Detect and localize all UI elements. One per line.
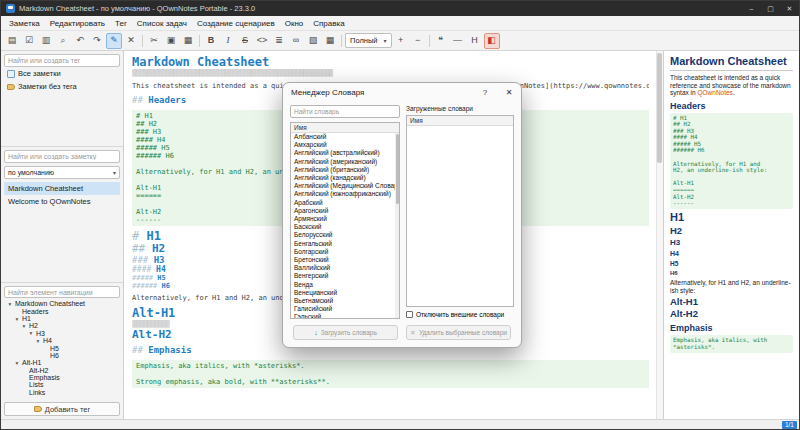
- navigation-search-input[interactable]: [4, 286, 120, 298]
- toolbar-icon[interactable]: ≣: [271, 33, 287, 49]
- navigation-tree-item[interactable]: Emphasis: [4, 374, 120, 381]
- toolbar-icon[interactable]: ◧: [484, 33, 500, 49]
- dictionary-list-item[interactable]: Арагонский: [291, 207, 395, 215]
- editor-scrollbar[interactable]: [656, 51, 663, 419]
- dialog-help-button[interactable]: ?: [473, 83, 497, 101]
- sidebar-item-all-notes[interactable]: Все заметки: [4, 67, 120, 80]
- navigation-tree-item[interactable]: ▾ Alt-H1: [4, 359, 120, 366]
- navigation-tree-item[interactable]: ▾ H2: [4, 322, 120, 329]
- dictionary-list-item[interactable]: Баскский: [291, 223, 395, 231]
- tree-expand-icon[interactable]: ▾: [21, 323, 27, 329]
- tree-expand-icon[interactable]: ▾: [7, 301, 13, 307]
- tree-expand-icon[interactable]: ▾: [14, 316, 20, 322]
- workspace-selector[interactable]: Полный ▾: [345, 33, 392, 48]
- dictionary-list-item[interactable]: Английский (Медицинский Словарь): [291, 182, 395, 190]
- dictionary-list-item[interactable]: Арабский: [291, 199, 395, 207]
- minimize-button[interactable]: –: [742, 1, 761, 16]
- dictionary-list-item[interactable]: Бенгальский: [291, 240, 395, 248]
- toolbar-icon[interactable]: ☑: [21, 33, 37, 49]
- sidebar-item-untagged[interactable]: Заметки без тега: [4, 80, 120, 93]
- toolbar-icon[interactable]: ▣: [163, 33, 179, 49]
- load-dictionary-button[interactable]: ↓ Загрузить словарь: [293, 325, 398, 340]
- tree-expand-icon[interactable]: ▾: [28, 330, 34, 336]
- navigation-tree-item[interactable]: ▾ H3: [4, 330, 120, 337]
- toolbar-icon[interactable]: ▥: [38, 33, 54, 49]
- toolbar-icon[interactable]: B: [203, 33, 219, 49]
- dictionary-list-item[interactable]: Бретонский: [291, 256, 395, 264]
- dictionary-list-item[interactable]: Белорусский: [291, 231, 395, 239]
- dictionary-list-scrollbar[interactable]: [395, 133, 399, 318]
- navigation-tree-item[interactable]: ▾ H1: [4, 315, 120, 322]
- menu-item[interactable]: Заметка: [4, 16, 45, 31]
- toolbar-icon[interactable]: ✎: [106, 33, 122, 49]
- dictionary-list-item[interactable]: Албанский: [291, 133, 395, 141]
- toolbar-icon[interactable]: ⌕: [55, 33, 71, 49]
- dictionary-list-item[interactable]: Английский (американский): [291, 158, 395, 166]
- toolbar-icon[interactable]: ▤: [4, 33, 20, 49]
- maximize-button[interactable]: ▢: [761, 1, 780, 16]
- dictionary-search-input[interactable]: [290, 105, 400, 118]
- dictionary-list-scrollbar-thumb[interactable]: [396, 134, 399, 204]
- dictionary-list-item[interactable]: Венгерский: [291, 272, 395, 280]
- loaded-table-header[interactable]: Имя: [407, 116, 513, 126]
- close-button[interactable]: ✕: [780, 1, 799, 16]
- navigation-tree-item[interactable]: H5: [4, 344, 120, 351]
- navigation-tree-item[interactable]: Links: [4, 389, 120, 396]
- checkbox-icon[interactable]: [406, 311, 413, 318]
- dialog-close-button[interactable]: ✕: [497, 83, 521, 101]
- toolbar-icon[interactable]: ✕: [123, 33, 139, 49]
- disable-external-dictionaries-row[interactable]: Отключить внешние словари: [406, 310, 514, 319]
- toolbar-icon[interactable]: <>: [254, 33, 270, 49]
- dictionary-list-item[interactable]: Валлийский: [291, 264, 395, 272]
- toolbar-icon[interactable]: S: [237, 33, 253, 49]
- toolbar-icon[interactable]: I: [220, 33, 236, 49]
- tree-expand-icon[interactable]: ▾: [14, 360, 20, 366]
- note-search-input[interactable]: [4, 150, 120, 163]
- note-list-item[interactable]: Welcome to QOwnNotes: [4, 195, 120, 208]
- toolbar-icon[interactable]: ↶: [72, 33, 88, 49]
- menu-item[interactable]: Справка: [308, 16, 349, 31]
- dictionary-list-item[interactable]: Английский (южноафриканский): [291, 190, 395, 198]
- toolbar-icon[interactable]: −: [410, 33, 426, 49]
- dictionary-list-item[interactable]: Английский (британский): [291, 166, 395, 174]
- navigation-tree-item[interactable]: ▾ Markdown Cheatsheet: [4, 300, 120, 307]
- remove-dictionaries-button[interactable]: ✕ Удалить выбранные словари: [406, 325, 511, 340]
- menu-item[interactable]: Тег: [110, 16, 132, 31]
- dictionary-list-item[interactable]: Венда: [291, 281, 395, 289]
- dictionary-list-item[interactable]: Галисийский: [291, 305, 395, 313]
- tag-search-input[interactable]: [4, 54, 120, 67]
- dictionary-list-item[interactable]: Венецианский: [291, 289, 395, 297]
- note-list-item[interactable]: Markdown Cheatsheet: [4, 182, 120, 195]
- dictionary-list-item[interactable]: Армянский: [291, 215, 395, 223]
- menu-item[interactable]: Создание сценариев: [192, 16, 280, 31]
- toolbar-icon[interactable]: +: [393, 33, 409, 49]
- toolbar-icon[interactable]: ↷: [89, 33, 105, 49]
- menu-item[interactable]: Окно: [280, 16, 309, 31]
- toolbar-icon[interactable]: ▦: [322, 33, 338, 49]
- navigation-tree-item[interactable]: Alt-H2: [4, 367, 120, 374]
- toolbar-icon[interactable]: ―: [450, 33, 466, 49]
- navigation-tree-item[interactable]: Lists: [4, 381, 120, 388]
- toolbar-icon[interactable]: ❝: [433, 33, 449, 49]
- dictionary-list-item[interactable]: Гэльский: [291, 313, 395, 318]
- dictionary-list-item[interactable]: Английский (австралийский): [291, 149, 395, 157]
- add-tag-button[interactable]: Добавить тег: [4, 402, 120, 416]
- toolbar-icon[interactable]: ▧: [305, 33, 321, 49]
- editor-scrollbar-thumb[interactable]: [657, 53, 662, 163]
- navigation-tree-item[interactable]: H6: [4, 352, 120, 359]
- note-folder-select[interactable]: по умолчанию ▾: [4, 166, 120, 179]
- navigation-tree-item[interactable]: ▾ H4: [4, 337, 120, 344]
- dictionary-list-item[interactable]: Болгарский: [291, 248, 395, 256]
- qownnotes-link[interactable]: QOwnNotes: [697, 89, 732, 96]
- dictionary-list-item[interactable]: Английский (канадский): [291, 174, 395, 182]
- navigation-tree-item[interactable]: Headers: [4, 308, 120, 315]
- tree-expand-icon[interactable]: ▾: [35, 338, 41, 344]
- toolbar-icon[interactable]: ∞: [288, 33, 304, 49]
- toolbar-icon[interactable]: H: [467, 33, 483, 49]
- menu-item[interactable]: Список задач: [132, 16, 192, 31]
- toolbar-icon[interactable]: ▦: [180, 33, 196, 49]
- dictionary-list-header[interactable]: Имя: [291, 123, 399, 133]
- toolbar-icon[interactable]: ✂: [146, 33, 162, 49]
- menu-item[interactable]: Редактировать: [45, 16, 110, 31]
- dictionary-list-item[interactable]: Амхарский: [291, 141, 395, 149]
